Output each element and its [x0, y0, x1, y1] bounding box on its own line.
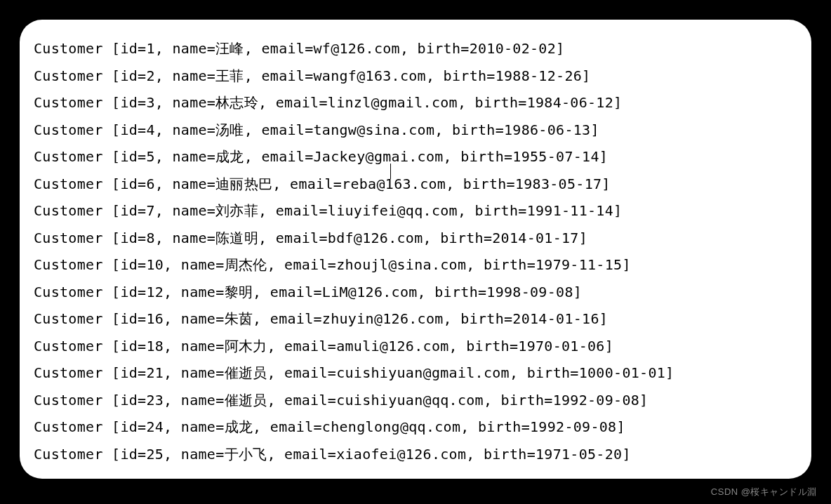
- output-line[interactable]: Customer [id=1, name=汪峰, email=wf@126.co…: [34, 35, 797, 62]
- output-line[interactable]: Customer [id=21, name=催逝员, email=cuishiy…: [34, 359, 797, 387]
- output-line[interactable]: Customer [id=4, name=汤唯, email=tangw@sin…: [34, 117, 797, 144]
- console-output-panel: Customer [id=1, name=汪峰, email=wf@126.co…: [20, 20, 811, 479]
- output-line[interactable]: Customer [id=8, name=陈道明, email=bdf@126.…: [34, 225, 797, 252]
- watermark-text: CSDN @桜キャンドル淵: [711, 486, 817, 498]
- output-line[interactable]: Customer [id=25, name=于小飞, email=xiaofei…: [34, 441, 797, 468]
- output-line[interactable]: Customer [id=23, name=催逝员, email=cuishiy…: [34, 387, 797, 414]
- output-line[interactable]: Customer [id=18, name=阿木力, email=amuli@1…: [34, 333, 797, 360]
- output-line[interactable]: Customer [id=24, name=成龙, email=chenglon…: [34, 413, 797, 441]
- output-line[interactable]: Customer [id=6, name=迪丽热巴, email=reba@16…: [34, 171, 797, 198]
- text-cursor: [390, 164, 391, 179]
- output-line[interactable]: Customer [id=2, name=王菲, email=wangf@163…: [34, 62, 797, 90]
- output-line[interactable]: Customer [id=10, name=周杰伦, email=zhoujl@…: [34, 251, 797, 279]
- output-line[interactable]: Customer [id=7, name=刘亦菲, email=liuyifei…: [34, 197, 797, 225]
- output-line[interactable]: Customer [id=16, name=朱茵, email=zhuyin@1…: [34, 305, 797, 333]
- output-line[interactable]: Customer [id=3, name=林志玲, email=linzl@gm…: [34, 89, 797, 117]
- output-line[interactable]: Customer [id=5, name=成龙, email=Jackey@gm…: [34, 143, 797, 171]
- output-line[interactable]: Customer [id=12, name=黎明, email=LiM@126.…: [34, 279, 797, 306]
